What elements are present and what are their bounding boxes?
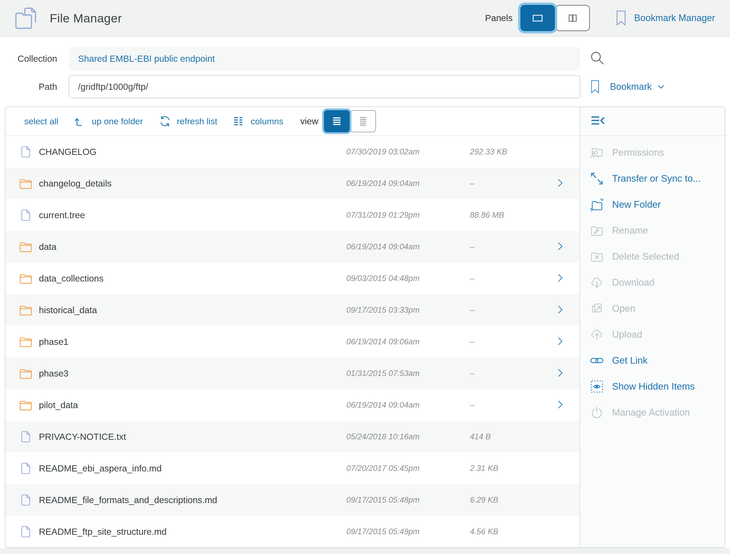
file-date: 09/17/2015 05:48pm [346,495,470,505]
list-view-button[interactable] [324,110,350,132]
chevron-right-icon [555,273,565,283]
file-name: README_file_formats_and_descriptions.md [39,495,346,505]
single-panel-icon [530,10,546,26]
path-input[interactable] [69,75,580,98]
table-row[interactable]: data 06/19/2014 09:04am – [5,231,580,263]
folder-icon [18,239,33,254]
file-size: 88.86 MB [470,211,555,220]
table-row[interactable]: data_collections 09/03/2015 04:48pm – [5,263,580,294]
chevron-right-icon [555,304,565,315]
table-row[interactable]: changelog_details 06/19/2014 09:04am – [5,168,580,199]
action-rename: Rename [580,217,725,243]
file-name: CHANGELOG [39,147,346,157]
list-view-icon [329,114,344,128]
action-get-link[interactable]: Get Link [580,347,725,373]
bookmark-icon [615,10,628,27]
file-date: 06/19/2014 09:04am [346,179,470,188]
table-row[interactable]: historical_data 09/17/2015 03:33pm – [5,294,580,326]
table-row[interactable]: README_file_formats_and_descriptions.md … [5,484,580,516]
open-folder-chevron[interactable] [555,304,580,316]
bookmark-manager-link[interactable]: Bookmark Manager [615,10,715,27]
file-icon [18,524,33,539]
table-row[interactable]: current.tree 07/31/2019 01:29pm 88.86 MB [5,199,580,231]
transfer-icon [589,171,604,186]
page-bottom-strip [0,548,730,554]
open-folder-chevron[interactable] [555,399,580,411]
action-label: Rename [612,225,648,236]
chevron-down-icon [656,82,666,92]
table-row[interactable]: README_ftp_site_structure.md 09/17/2015 … [5,516,580,547]
open-folder-chevron[interactable] [555,336,580,347]
file-size: 6.29 KB [470,495,555,505]
file-name: data [39,242,346,252]
file-size: – [470,337,555,346]
search-icon [589,50,605,66]
action-label: Transfer or Sync to... [612,173,701,184]
file-name: changelog_details [39,178,346,189]
table-row[interactable]: CHANGELOG 07/30/2019 03:02am 292.33 KB [5,136,580,168]
action-label: New Folder [612,199,661,210]
action-transfer[interactable]: Transfer or Sync to... [580,165,725,191]
action-label: Show Hidden Items [612,381,695,392]
file-name: README_ftp_site_structure.md [39,527,346,537]
file-name: phase1 [39,337,346,347]
file-size: 2.31 KB [470,464,555,473]
search-button[interactable] [589,50,605,67]
chevron-right-icon [555,178,565,188]
app-header: File Manager Panels Bookmark Manager [0,0,730,37]
chevron-right-icon [555,368,565,378]
select-all-button[interactable]: select all [24,116,58,126]
action-label: Open [612,303,636,314]
single-panel-button[interactable] [520,5,555,31]
open-folder-chevron[interactable] [555,368,580,379]
table-row[interactable]: phase1 06/19/2014 09:06am – [5,326,580,357]
columns-button[interactable]: columns [232,115,283,128]
open-folder-chevron[interactable] [555,241,580,252]
table-row[interactable]: pilot_data 06/19/2014 09:04am – [5,389,580,421]
open-folder-chevron[interactable] [555,273,580,284]
bookmark-dropdown[interactable]: Bookmark [589,79,666,94]
select-all-label: select all [24,116,58,126]
collection-field[interactable]: Shared EMBL-EBI public endpoint [69,47,580,71]
open-icon [589,301,604,316]
action-download: Download [580,269,725,295]
file-list: CHANGELOG 07/30/2019 03:02am 292.33 KB c… [5,136,580,547]
refresh-icon [158,115,172,128]
folder-icon [18,398,33,413]
upload-icon [589,327,604,342]
action-permissions: Permissions [580,139,725,165]
file-name: data_collections [39,273,346,284]
get-link-icon [589,353,604,368]
action-manage-activation: Manage Activation [580,399,725,425]
file-name: historical_data [39,305,346,315]
refresh-list-button[interactable]: refresh list [158,115,217,128]
folder-icon [18,303,33,318]
action-label: Manage Activation [612,407,690,418]
file-size: – [470,242,555,251]
file-size: – [470,400,555,410]
compact-view-button[interactable] [350,110,376,132]
up-one-folder-button[interactable]: up one folder [73,115,143,128]
dual-panel-button[interactable] [555,5,590,31]
file-size: – [470,369,555,378]
action-upload: Upload [580,321,725,347]
collapse-sidebar-button[interactable] [590,113,606,129]
file-size: – [470,305,555,315]
file-icon [18,461,33,476]
table-row[interactable]: README_ebi_aspera_info.md 07/20/2017 05:… [5,452,580,484]
open-folder-chevron[interactable] [555,178,580,189]
action-show-hidden[interactable]: Show Hidden Items [580,373,725,399]
file-date: 09/03/2015 04:48pm [346,274,470,283]
rename-icon [589,223,604,238]
action-open: Open [580,295,725,321]
table-row[interactable]: PRIVACY-NOTICE.txt 05/24/2018 10:16am 41… [5,421,580,452]
action-new-folder[interactable]: New Folder [580,191,725,217]
file-list-toolbar: select all up one folder refresh list co… [5,107,580,136]
file-icon [18,208,33,223]
table-row[interactable]: phase3 01/31/2015 07:53am – [5,357,580,389]
download-icon [589,275,604,290]
dual-panel-icon [565,10,581,26]
file-name: README_ebi_aspera_info.md [39,463,346,474]
path-label: Path [0,82,57,92]
panels-toggle [520,5,590,31]
